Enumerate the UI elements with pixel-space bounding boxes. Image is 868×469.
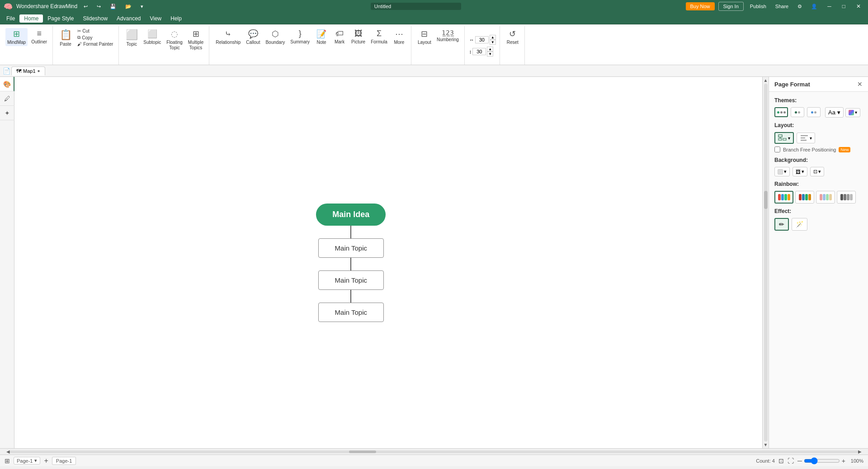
theme-btn-3[interactable] [807, 107, 821, 117]
boundary-button[interactable]: ⬡ Boundary [264, 28, 287, 46]
tab-map1-close[interactable]: ● [38, 68, 40, 73]
effect-btn-pencil[interactable]: ✏ [774, 218, 789, 231]
mindmap-button[interactable]: ⊞ MindMap [5, 28, 28, 46]
main-idea-node[interactable]: Main Idea [316, 204, 386, 226]
grid-toggle[interactable]: ⊞ [5, 457, 10, 464]
open-button[interactable]: 📂 [123, 3, 134, 10]
format-painter-button[interactable]: 🖌 Format Painter [75, 41, 115, 47]
save-button[interactable]: 💾 [107, 3, 119, 10]
h-scroll-right[interactable]: ▶ [858, 449, 862, 454]
main-topic-3[interactable]: Main Topic [318, 303, 384, 322]
height-input[interactable] [472, 48, 486, 55]
canvas-area[interactable]: Main Idea Main Topic Main Topic Main Top… [14, 77, 762, 448]
numbering-button[interactable]: 1̲2̲3̲ Numbering [435, 28, 461, 43]
theme-color-button[interactable]: ▾ [845, 108, 860, 117]
buy-now-button[interactable]: Buy Now [686, 2, 715, 10]
zoom-out-button[interactable]: ─ [797, 457, 802, 464]
width-down[interactable]: ▼ [490, 40, 496, 45]
width-input[interactable] [475, 36, 489, 43]
reset-button[interactable]: ↺ Reset [505, 28, 521, 46]
share-button[interactable]: Share [773, 3, 791, 10]
h-scroll-thumb[interactable] [349, 450, 376, 453]
outliner-button[interactable]: ≡ Outliner [29, 28, 49, 46]
floating-topic-button[interactable]: ◌ FloatingTopic [165, 28, 184, 52]
theme-color-icon [849, 110, 854, 115]
width-up[interactable]: ▲ [490, 35, 496, 40]
theme-font-button[interactable]: Aa ▾ [825, 107, 844, 118]
layout-button[interactable]: ⊟ Layout [416, 28, 433, 46]
more-button[interactable]: ⋯ More [391, 28, 407, 46]
callout-button[interactable]: 💬 Callout [244, 28, 262, 46]
rainbow-btn-1[interactable] [774, 191, 793, 204]
add-page-button[interactable]: + [44, 457, 48, 465]
ribbon: ⊞ MindMap ≡ Outliner 📋 Paste ✂ Cut ⧉ [0, 24, 868, 65]
undo-button[interactable]: ↩ [81, 3, 90, 10]
menu-view[interactable]: View [145, 14, 166, 23]
menu-help[interactable]: Help [166, 14, 186, 23]
menu-file[interactable]: File [2, 14, 19, 23]
menu-slideshow[interactable]: Slideshow [78, 14, 112, 23]
note-button[interactable]: 📝 Note [313, 28, 330, 46]
height-up[interactable]: ▲ [487, 47, 493, 52]
sign-in-button[interactable]: Sign In [718, 2, 744, 11]
minimize-button[interactable]: ─ [824, 3, 835, 9]
fit-to-page-button[interactable]: ⊡ [778, 457, 784, 464]
relationship-button[interactable]: ⤷ Relationship [214, 28, 242, 46]
more-title-button[interactable]: ▾ [138, 3, 146, 10]
summary-icon: } [299, 29, 302, 38]
branch-free-checkbox[interactable] [774, 147, 780, 152]
scroll-down-button[interactable]: ▼ [764, 442, 768, 447]
main-topic-1[interactable]: Main Topic [318, 238, 384, 258]
bg-pattern-button[interactable]: ⊡ ▾ [810, 167, 824, 176]
bg-color-button[interactable]: ▾ [774, 167, 790, 176]
formula-button[interactable]: Σ Formula [369, 28, 389, 46]
zoom-in-button[interactable]: + [842, 457, 845, 464]
right-panel-close[interactable]: ✕ [857, 81, 863, 88]
height-down[interactable]: ▼ [487, 52, 493, 57]
picture-button[interactable]: 🖼 Picture [349, 28, 367, 46]
left-icon-themes[interactable]: 🎨 [0, 77, 14, 91]
horizontal-scrollbar[interactable]: ◀ ▶ [0, 448, 868, 455]
main-topic-2[interactable]: Main Topic [318, 270, 384, 290]
fullscreen-button[interactable]: ⛶ [788, 457, 794, 464]
effect-btn-magic[interactable]: 🪄 [792, 218, 807, 231]
rainbow-btn-4[interactable] [837, 191, 856, 204]
redo-button[interactable]: ↪ [94, 3, 104, 10]
rainbow-btn-3[interactable] [816, 191, 835, 204]
rainbow-dots-3 [820, 194, 832, 200]
floating-topic-icon: ◌ [171, 29, 178, 39]
tab-map1[interactable]: 🗺 Map1 ● [11, 66, 45, 76]
copy-button[interactable]: ⧉ Copy [75, 34, 115, 41]
left-icon-styles[interactable]: ✦ [0, 106, 14, 120]
page-selector[interactable]: Page-1 ▾ [14, 457, 40, 464]
zoom-slider[interactable] [804, 457, 840, 464]
paste-button[interactable]: 📋 Paste [57, 28, 74, 48]
theme-btn-1[interactable] [774, 107, 788, 117]
menu-page-style[interactable]: Page Style [43, 14, 78, 23]
layout-btn-tree[interactable]: ▾ [774, 132, 794, 144]
layout-btn-alternative[interactable]: ▾ [797, 133, 815, 143]
menu-advanced[interactable]: Advanced [112, 14, 145, 23]
status-bar-left: ⊞ Page-1 ▾ + Page-1 [5, 457, 76, 465]
publish-button[interactable]: Publish [747, 3, 769, 10]
title-input[interactable] [371, 3, 461, 10]
multiple-topics-button[interactable]: ⊞ MultipleTopics [186, 28, 205, 52]
summary-button[interactable]: } Summary [288, 28, 311, 46]
topic-button[interactable]: ⬜ Topic [123, 28, 140, 48]
h-scroll-left[interactable]: ◀ [6, 449, 10, 454]
close-button[interactable]: ✕ [853, 3, 864, 9]
scroll-thumb[interactable] [764, 191, 768, 209]
maximize-button[interactable]: □ [839, 3, 849, 9]
account-button[interactable]: 👤 [808, 3, 820, 10]
mark-button[interactable]: 🏷 Mark [331, 28, 348, 46]
subtopic-button[interactable]: ⬜ Subtopic [142, 28, 163, 46]
cut-button[interactable]: ✂ Cut [75, 28, 115, 34]
settings-button[interactable]: ⚙ [795, 3, 805, 10]
vertical-scrollbar[interactable]: ▲ ▼ [762, 77, 769, 448]
rainbow-btn-2[interactable] [795, 191, 814, 204]
menu-home[interactable]: Home [19, 14, 43, 23]
bg-image-button[interactable]: 🖼 ▾ [793, 167, 807, 176]
left-icon-format[interactable]: 🖊 [0, 91, 14, 106]
scroll-up-button[interactable]: ▲ [764, 78, 768, 83]
theme-btn-2[interactable] [791, 107, 804, 117]
